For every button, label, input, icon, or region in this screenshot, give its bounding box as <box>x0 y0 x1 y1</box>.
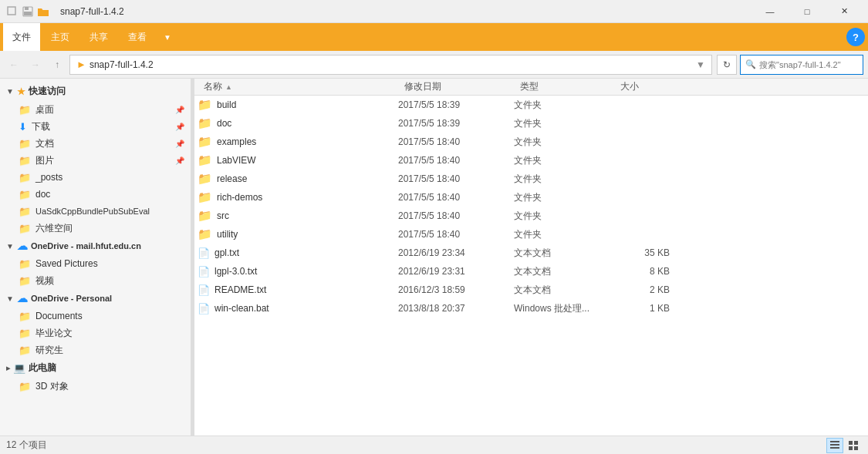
documents-folder-icon: 📁 <box>19 138 31 150</box>
tab-view[interactable]: 查看 <box>119 23 156 51</box>
view-details-button[interactable] <box>826 438 843 453</box>
3dobjects-folder-icon: 📁 <box>19 381 31 392</box>
folder-icon: 📁 <box>198 172 212 186</box>
sidebar-item-pictures[interactable]: 📁 图片 📌 <box>0 152 191 169</box>
help-button[interactable]: ? <box>846 28 865 46</box>
sidebar-item-od-documents[interactable]: 📁 Documents <box>0 308 191 325</box>
forward-button[interactable]: → <box>26 55 45 74</box>
col-name-label: 名称 <box>204 80 222 93</box>
sidebar-item-documents-label: 文档 <box>35 137 54 150</box>
addressbar: ← → ↑ ► snap7-full-1.4.2 ▼ ↻ 🔍 <box>0 51 868 79</box>
sidebar-item-documents[interactable]: 📁 文档 📌 <box>0 135 191 152</box>
window-title: snap7-full-1.4.2 <box>60 6 124 17</box>
file-date: 2017/5/5 18:40 <box>398 173 514 184</box>
file-type: 文件夹 <box>514 117 614 130</box>
sidebar-item-od-documents-label: Documents <box>35 311 83 321</box>
statusbar: 12 个项目 <box>0 436 868 454</box>
sidebar-item-thesis[interactable]: 📁 毕业论文 <box>0 325 191 341</box>
tab-home[interactable]: 主页 <box>42 23 79 51</box>
table-row[interactable]: 📁 src 2017/5/5 18:40 文件夹 <box>194 207 868 225</box>
folder-icon: 📁 <box>198 209 212 223</box>
svg-rect-10 <box>854 446 858 450</box>
sidebar-item-uasdk[interactable]: 📁 UaSdkCppBundlePubSubEval <box>0 203 191 220</box>
svg-rect-7 <box>849 441 853 445</box>
table-row[interactable]: 📁 release 2017/5/5 18:40 文件夹 <box>194 170 868 188</box>
svg-rect-4 <box>830 441 839 442</box>
file-type: 文件夹 <box>514 154 614 167</box>
onedrive-personal-header[interactable]: ▼ ☁ OneDrive - Personal <box>0 289 191 308</box>
sidebar-item-thesis-label: 毕业论文 <box>35 327 73 340</box>
pictures-folder-icon: 📁 <box>19 155 31 166</box>
col-size-label: 大小 <box>620 80 639 93</box>
downloads-folder-icon: ⬇ <box>19 121 27 133</box>
file-size: 35 KB <box>614 247 676 258</box>
sidebar-item-desktop-label: 桌面 <box>35 103 54 116</box>
new-window-icon <box>6 5 19 18</box>
col-header-name[interactable]: 名称 ▲ <box>198 79 398 95</box>
close-button[interactable]: ✕ <box>826 0 862 23</box>
table-row[interactable]: 📄 lgpl-3.0.txt 2012/6/19 23:31 文本文档 8 KB <box>194 262 868 281</box>
sidebar-item-desktop[interactable]: 📁 桌面 📌 <box>0 101 191 118</box>
search-box[interactable]: 🔍 <box>740 55 863 75</box>
research-folder-icon: 📁 <box>19 345 31 356</box>
quick-access-header[interactable]: ▼ ★ 快速访问 <box>0 82 191 101</box>
table-row[interactable]: 📁 examples 2017/5/5 18:40 文件夹 <box>194 133 868 151</box>
ribbon-expand-icon[interactable]: ▼ <box>160 30 174 45</box>
table-row[interactable]: 📄 win-clean.bat 2013/8/18 20:37 Windows … <box>194 299 868 318</box>
col-header-date[interactable]: 修改日期 <box>398 79 514 95</box>
sidebar-item-research[interactable]: 📁 研究生 <box>0 341 191 358</box>
table-row[interactable]: 📁 doc 2017/5/5 18:39 文件夹 <box>194 114 868 133</box>
minimize-button[interactable]: — <box>752 0 788 23</box>
refresh-button[interactable]: ↻ <box>717 55 737 75</box>
table-row[interactable]: 📁 rich-demos 2017/5/5 18:40 文件夹 <box>194 188 868 207</box>
tab-file[interactable]: 文件 <box>3 23 40 51</box>
file-type: 文本文档 <box>514 284 614 297</box>
table-row[interactable]: 📄 gpl.txt 2012/6/19 23:34 文本文档 35 KB <box>194 244 868 262</box>
posts-folder-icon: 📁 <box>19 172 31 183</box>
folder-icon <box>37 5 49 18</box>
back-button[interactable]: ← <box>5 55 23 74</box>
file-date: 2012/6/19 23:31 <box>398 266 514 277</box>
folder-icon: 📁 <box>198 190 212 204</box>
table-row[interactable]: 📁 utility 2017/5/5 18:40 文件夹 <box>194 225 868 244</box>
thispc-label: 此电脑 <box>29 362 56 375</box>
file-type: 文本文档 <box>514 265 614 278</box>
sidebar-item-doc[interactable]: 📁 doc <box>0 186 191 203</box>
maximize-button[interactable]: □ <box>789 0 825 23</box>
up-button[interactable]: ↑ <box>48 55 66 74</box>
tab-share[interactable]: 共享 <box>80 23 117 51</box>
file-size: 1 KB <box>614 303 676 314</box>
search-input[interactable] <box>759 60 858 69</box>
onedrive-mail-header[interactable]: ▼ ☁ OneDrive - mail.hfut.edu.cn <box>0 237 191 255</box>
sidebar-item-posts[interactable]: 📁 _posts <box>0 169 191 186</box>
downloads-pin-icon: 📌 <box>175 123 184 131</box>
titlebar-icons <box>6 5 49 18</box>
col-header-type[interactable]: 类型 <box>514 79 614 95</box>
quick-access-arrow: ▼ <box>6 87 14 96</box>
file-date: 2017/5/5 18:40 <box>398 210 514 221</box>
main-area: ▼ ★ 快速访问 📁 桌面 📌 ⬇ 下载 📌 📁 文档 📌 📁 图片 📌 📁 _… <box>0 79 868 436</box>
sidebar-item-videos[interactable]: 📁 视频 <box>0 272 191 289</box>
saved-pictures-folder-icon: 📁 <box>19 258 31 270</box>
thispc-header[interactable]: ▸ 💻 此电脑 <box>0 358 191 378</box>
table-row[interactable]: 📁 build 2017/5/5 18:39 文件夹 <box>194 96 868 114</box>
table-row[interactable]: 📄 README.txt 2016/12/3 18:59 文本文档 2 KB <box>194 281 868 299</box>
file-name: 📁 LabVIEW <box>198 153 398 167</box>
svg-rect-9 <box>849 446 853 450</box>
address-dropdown-icon[interactable]: ▼ <box>696 59 705 70</box>
file-type: 文件夹 <box>514 136 614 149</box>
sidebar-item-sixspace[interactable]: 📁 六维空间 <box>0 220 191 237</box>
view-large-icons-button[interactable] <box>845 438 862 453</box>
address-path[interactable]: ► snap7-full-1.4.2 ▼ <box>69 55 712 75</box>
sidebar-item-3dobjects[interactable]: 📁 3D 对象 <box>0 378 191 395</box>
file-name: 📁 examples <box>198 135 398 149</box>
col-header-size[interactable]: 大小 <box>614 79 676 95</box>
sidebar-item-downloads[interactable]: ⬇ 下载 📌 <box>0 118 191 135</box>
sidebar-item-saved-pictures[interactable]: 📁 Saved Pictures <box>0 255 191 272</box>
table-row[interactable]: 📁 LabVIEW 2017/5/5 18:40 文件夹 <box>194 151 868 170</box>
sixspace-folder-icon: 📁 <box>19 223 31 234</box>
od-documents-folder-icon: 📁 <box>19 311 31 322</box>
folder-icon: 📁 <box>198 227 212 241</box>
sidebar-item-3dobjects-label: 3D 对象 <box>35 380 69 393</box>
desktop-folder-icon: 📁 <box>19 104 31 116</box>
